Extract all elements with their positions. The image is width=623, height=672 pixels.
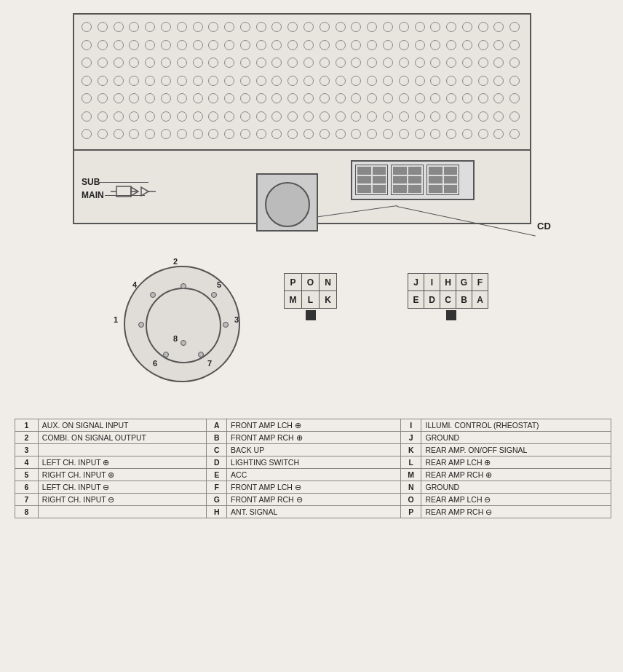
pin-D: D	[424, 291, 440, 309]
wiring-letter-right-5: N	[400, 481, 421, 494]
wiring-num-4: 5	[15, 469, 39, 481]
vent-hole	[320, 111, 330, 122]
vent-hole	[462, 76, 472, 86]
vent-hole	[129, 93, 139, 103]
vent-hole	[82, 93, 92, 103]
vent-hole	[399, 93, 409, 103]
vent-hole	[256, 111, 266, 122]
wiring-letter-right-0: I	[400, 419, 421, 432]
vent-hole	[129, 129, 139, 139]
vent-hole	[446, 22, 456, 32]
wiring-desc-left-7	[38, 506, 207, 518]
wiring-desc-right-2: REAR AMP. ON/OFF SIGNAL	[421, 444, 611, 456]
vent-hole	[367, 22, 377, 32]
wiring-desc-left-3: LEFT CH. INPUT ⊕	[38, 456, 207, 469]
wiring-desc-right-3: REAR AMP LCH ⊕	[421, 456, 611, 469]
wiring-table: 1 AUX. ON SIGNAL INPUTA FRONT AMP LCH ⊕I…	[15, 419, 611, 518]
vent-hole	[351, 76, 361, 86]
vent-hole	[415, 93, 425, 103]
vent-hole	[193, 22, 203, 32]
wiring-num-1: 2	[15, 432, 39, 444]
vent-hole	[98, 22, 108, 32]
vent-hole	[336, 93, 346, 103]
vent-holes: // Will be generated by JS below	[82, 22, 524, 146]
wiring-desc-left-2	[38, 444, 207, 456]
pin-dot-6	[163, 352, 169, 357]
vent-hole	[430, 93, 440, 103]
vent-hole	[98, 76, 108, 86]
wiring-desc-right-0: ILLUMI. CONTROL (RHEOSTAT)	[421, 419, 611, 432]
cd-connector	[256, 173, 318, 232]
connector-block	[351, 160, 475, 200]
vent-hole	[336, 76, 346, 86]
vent-hole	[462, 58, 472, 68]
vent-hole	[383, 76, 393, 86]
circ-outer	[124, 266, 240, 382]
vent-hole	[493, 22, 504, 32]
vent-hole	[493, 93, 504, 103]
vent-hole	[287, 129, 298, 139]
vent-hole	[351, 58, 361, 68]
vent-hole	[161, 76, 171, 86]
vent-hole	[430, 58, 440, 68]
vent-hole	[256, 40, 266, 50]
vent-hole	[509, 93, 520, 103]
vent-hole	[320, 22, 330, 32]
vent-hole	[415, 40, 425, 50]
vent-hole	[145, 129, 155, 139]
wiring-num-7: 8	[15, 506, 39, 518]
vent-hole	[98, 129, 108, 139]
vent-hole	[271, 111, 282, 122]
vent-hole	[351, 111, 361, 122]
pin-N: N	[320, 274, 337, 291]
vent-hole	[193, 40, 203, 50]
vent-hole	[287, 93, 298, 103]
wiring-letter-mid-1: B	[207, 432, 227, 444]
pin-label-3: 3	[234, 315, 239, 324]
vent-hole	[320, 40, 330, 50]
vent-hole	[145, 22, 155, 32]
pin-E: E	[408, 291, 424, 309]
vent-hole	[478, 93, 488, 103]
vent-hole	[430, 40, 440, 50]
wiring-letter-mid-2: C	[207, 444, 227, 456]
wiring-letter-mid-7: H	[207, 506, 227, 518]
main-line	[105, 195, 145, 196]
pin-dot-5	[211, 292, 217, 298]
vent-hole	[478, 129, 488, 139]
vent-hole	[240, 93, 250, 103]
pin-G: G	[456, 274, 472, 291]
pin-label-7: 7	[207, 359, 212, 368]
vent-hole	[161, 22, 171, 32]
vent-hole	[336, 111, 346, 122]
wiring-desc-mid-1: FRONT AMP RCH ⊕	[227, 432, 401, 444]
wiring-letter-mid-5: F	[207, 481, 227, 494]
vent-hole	[129, 22, 139, 32]
wiring-desc-left-0: AUX. ON SIGNAL INPUT	[38, 419, 207, 432]
vent-hole	[399, 76, 409, 86]
vent-hole	[493, 129, 504, 139]
pin-label-2: 2	[173, 257, 178, 266]
pin-B: B	[456, 291, 472, 309]
wiring-desc-left-1: COMBI. ON SIGNAL OUTPUT	[38, 432, 207, 444]
pin-P: P	[285, 274, 302, 291]
vent-hole	[177, 111, 187, 122]
wiring-desc-mid-7: ANT. SIGNAL	[227, 506, 401, 518]
wiring-letter-right-3: L	[400, 456, 421, 469]
vent-hole	[287, 76, 298, 86]
vent-hole	[240, 111, 250, 122]
wiring-letter-mid-0: A	[207, 419, 227, 432]
vent-hole	[98, 40, 108, 50]
vent-hole	[208, 40, 218, 50]
vent-hole	[114, 93, 124, 103]
vent-hole	[509, 129, 520, 139]
wiring-desc-mid-5: FRONT AMP LCH ⊖	[227, 481, 401, 494]
vent-hole	[193, 111, 203, 122]
wiring-desc-mid-4: ACC	[227, 469, 401, 481]
vent-hole	[478, 76, 488, 86]
vent-hole	[224, 93, 234, 103]
pin-dot-4	[150, 292, 156, 298]
vent-hole	[224, 111, 234, 122]
vent-hole	[399, 111, 409, 122]
wiring-letter-mid-4: E	[207, 469, 227, 481]
